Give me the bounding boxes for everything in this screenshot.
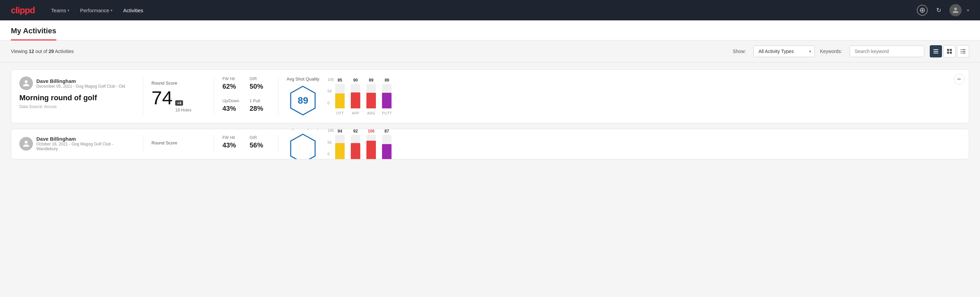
svg-rect-4 [950,49,952,51]
user-info: Dave Billingham December 05, 2021 - Gog … [37,78,125,89]
logo[interactable]: clippd [11,5,35,16]
svg-rect-6 [950,52,952,54]
filter-bar: Viewing 12 out of 29 Activities Show: Al… [0,40,980,62]
svg-rect-1 [934,51,938,52]
navbar: clippd Teams ▾ Performance ▾ Activities … [0,0,980,21]
y-axis: 100 50 0 [328,78,334,105]
avatar[interactable] [950,4,962,16]
main-content: ✏ Dave Billingham December 05, 2021 - Go… [0,62,980,166]
avatar-chevron[interactable]: ▾ [967,8,969,13]
add-icon[interactable]: ⊕ [917,5,928,16]
viewing-count: 12 [29,49,34,54]
score-row: 74 +4 18 Holes [151,88,206,112]
y-axis-2: 100 50 0 [328,129,334,156]
page-header: My Activities [0,21,980,40]
keywords-label: Keywords: [820,49,842,54]
stat-gir: GIR 50% [250,77,270,94]
quality-label-2: Avg Shot Quality [286,129,320,129]
view-compact-button[interactable] [930,45,942,57]
user-name: Dave Billingham [37,78,125,84]
svg-rect-3 [947,49,949,51]
card-divider [278,77,278,116]
user-info-2: Dave Billingham October 16, 2021 - Gog M… [37,136,135,151]
quality-label: Avg Shot Quality [286,77,320,81]
stats-section: FW Hit 62% GIR 50% Up/Down 43% 1 Putt 28… [223,77,270,116]
chevron-down-icon: ▾ [111,8,112,12]
stat-fw-hit-2: FW Hit 43% [223,135,243,149]
activity-card: ✏ Dave Billingham December 05, 2021 - Go… [11,69,969,123]
bars-container-2: 94 92 106 [335,129,391,160]
svg-rect-2 [934,53,938,53]
card-divider [143,77,143,116]
svg-rect-7 [961,49,962,50]
activity-card-2: Dave Billingham October 16, 2021 - Gog M… [11,129,969,160]
view-grid-button[interactable] [943,45,956,57]
activity-type-select[interactable]: All Activity Types [754,46,815,57]
viewing-total: 29 [49,49,54,54]
view-list-button[interactable] [957,45,969,57]
quality-hex-group: Avg Shot Quality 89 [286,77,320,116]
stat-1putt: 1 Putt 28% [250,99,270,117]
view-toggle [930,45,969,57]
nav-icons: ⊕ ↻ ▾ [917,4,969,16]
show-label: Show: [733,49,746,54]
bar-app-2: 92 [351,129,360,160]
quality-section: Avg Shot Quality 89 100 50 0 [286,77,961,116]
activity-type-wrapper: All Activity Types ▾ [754,46,815,57]
svg-rect-9 [961,51,962,52]
card-divider-2c [278,136,278,152]
quality-score: 89 [298,95,308,106]
bar-chart-2: 100 50 0 94 92 [328,129,961,160]
svg-rect-8 [963,49,966,50]
page-title: My Activities [11,21,56,40]
avatar-2 [19,137,33,150]
bar-arg-2: 106 [366,129,376,160]
card-divider-2 [143,136,143,152]
card-divider [214,77,214,116]
avatar [19,77,33,90]
quality-section-2: Avg Shot Quality 100 50 0 94 [286,136,961,152]
bar-ott-2: 94 [335,129,345,160]
activity-user-2: Dave Billingham October 16, 2021 - Gog M… [19,136,135,151]
svg-marker-14 [291,134,315,160]
user-name-2: Dave Billingham [37,136,135,142]
card-divider-2b [214,136,214,152]
bar-arg: 89 ARG [366,78,376,115]
nav-activities[interactable]: Activities [123,5,143,16]
nav-teams[interactable]: Teams ▾ [51,5,69,16]
holes-label: 18 Holes [175,108,191,112]
hexagon: 89 [289,85,317,116]
bar-putt-2: 87 [382,129,391,160]
refresh-icon[interactable]: ↻ [933,5,944,16]
chart-area-2: 100 50 0 94 92 [328,129,961,160]
svg-rect-12 [963,53,966,53]
activity-user: Dave Billingham December 05, 2021 - Gog … [19,77,135,90]
bars-container: 85 OTT 90 APP [335,78,392,115]
chevron-down-icon: ▾ [68,8,69,12]
bar-putt: 89 PUTT [382,78,392,115]
score-label: Round Score [151,81,206,86]
score-section-2: Round Score [151,136,206,152]
nav-performance[interactable]: Performance ▾ [80,5,112,16]
stat-fw-hit: FW Hit 62% [223,77,243,94]
svg-rect-5 [947,52,949,54]
activity-left: Dave Billingham December 05, 2021 - Gog … [19,77,135,116]
score-badge: +4 [175,100,183,106]
viewing-text: Viewing 12 out of 29 Activities [11,49,727,54]
quality-hex-group-2: Avg Shot Quality [286,129,320,160]
stat-gir-2: GIR 56% [250,135,270,149]
user-date: December 05, 2021 - Gog Magog Golf Club … [37,84,125,89]
bar-ott: 85 OTT [335,78,345,115]
activity-source: Data Source: Arccos [19,104,135,109]
svg-rect-0 [934,49,938,50]
hexagon-2 [289,133,317,160]
stats-section-2: FW Hit 43% GIR 56% [223,136,270,152]
stat-updown: Up/Down 43% [223,99,243,117]
score-section: Round Score 74 +4 18 Holes [151,77,206,116]
user-date-2: October 16, 2021 - Gog Magog Golf Club -… [37,142,135,151]
edit-button[interactable]: ✏ [954,74,965,85]
keyword-input[interactable] [850,46,924,57]
score-label-2: Round Score [151,141,206,145]
score-value: 74 [151,88,172,107]
chart-area: 100 50 0 85 OTT [328,78,961,115]
